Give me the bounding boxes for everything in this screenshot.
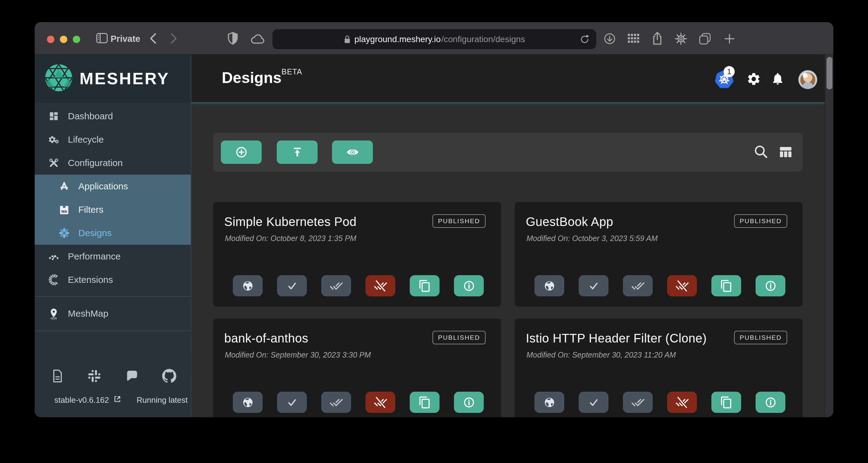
- minimize-window-button[interactable]: [60, 36, 67, 43]
- sidebar-item-performance[interactable]: Performance: [35, 245, 191, 268]
- validate-check-button[interactable]: [277, 392, 307, 413]
- tab-overview-icon[interactable]: [699, 32, 711, 45]
- info-button[interactable]: [454, 275, 484, 296]
- forward-icon[interactable]: [170, 33, 178, 44]
- docs-icon[interactable]: [50, 369, 64, 384]
- sidebar-item-label: Performance: [68, 251, 121, 262]
- undeploy-crossed-check-button[interactable]: [667, 392, 697, 413]
- sidebar-item-designs[interactable]: Designs: [35, 221, 191, 245]
- undeploy-crossed-check-button[interactable]: [667, 275, 697, 296]
- verify-double-check-button[interactable]: [623, 392, 653, 413]
- chat-icon[interactable]: [125, 369, 139, 384]
- brand-header[interactable]: MESHERY: [35, 54, 191, 103]
- address-bar[interactable]: playground.meshery.io/configuration/desi…: [273, 29, 596, 49]
- verify-double-check-button[interactable]: [623, 275, 653, 296]
- crossed-double-check-icon: [374, 396, 387, 409]
- kubernetes-context-button[interactable]: 1: [714, 70, 734, 90]
- design-card[interactable]: GuestBook App PUBLISHED Modified On: Oct…: [515, 202, 803, 307]
- info-button[interactable]: [454, 392, 484, 413]
- notifications-bell-icon[interactable]: [771, 71, 785, 87]
- double-check-icon: [631, 279, 645, 293]
- close-window-button[interactable]: [47, 36, 54, 43]
- sidebar-item-filters[interactable]: WA Filters: [35, 198, 191, 221]
- clone-copy-button[interactable]: [410, 275, 439, 296]
- icloud-tab-icon[interactable]: [250, 34, 266, 45]
- eye-icon: [345, 146, 360, 158]
- info-button[interactable]: [755, 392, 785, 413]
- design-card[interactable]: Istio HTTP Header Filter (Clone) PUBLISH…: [515, 319, 803, 417]
- configuration-tools-icon: [48, 157, 60, 169]
- slack-icon[interactable]: [87, 369, 101, 384]
- modified-date: Modified On: September 30, 2023 3:30 PM: [225, 350, 371, 359]
- deploy-globe-button[interactable]: [233, 275, 262, 296]
- version-label[interactable]: stable-v0.6.162: [54, 395, 109, 405]
- sidebar-item-configuration[interactable]: Configuration: [35, 151, 191, 175]
- undeploy-crossed-check-button[interactable]: [366, 392, 395, 413]
- downloads-icon[interactable]: [603, 32, 616, 45]
- verify-double-check-button[interactable]: [321, 392, 351, 413]
- scrollbar-thumb[interactable]: [827, 57, 832, 89]
- design-card[interactable]: Simple Kubernetes Pod PUBLISHED Modified…: [213, 202, 501, 307]
- new-tab-icon[interactable]: [724, 33, 735, 45]
- deploy-globe-button[interactable]: [233, 392, 262, 413]
- github-icon[interactable]: [162, 369, 176, 384]
- preview-design-button[interactable]: [332, 141, 373, 164]
- search-icon[interactable]: [753, 144, 769, 161]
- verify-double-check-button[interactable]: [321, 275, 351, 296]
- clone-copy-button[interactable]: [711, 275, 741, 296]
- double-check-icon: [631, 396, 645, 409]
- design-title: GuestBook App: [526, 215, 613, 229]
- undeploy-crossed-check-button[interactable]: [366, 275, 395, 296]
- globe-icon: [241, 280, 254, 292]
- sidebar-item-label: MeshMap: [68, 308, 108, 319]
- browser-window: Private playground.meshery.io/configurat…: [35, 22, 833, 417]
- sidebar-item-lifecycle[interactable]: Lifecycle: [35, 128, 191, 151]
- share-icon[interactable]: [651, 31, 663, 46]
- upload-design-button[interactable]: [277, 141, 318, 164]
- user-avatar[interactable]: [798, 70, 817, 89]
- back-icon[interactable]: [149, 33, 157, 44]
- published-badge: PUBLISHED: [432, 214, 486, 228]
- deploy-globe-button[interactable]: [534, 275, 564, 296]
- check-icon: [587, 280, 600, 292]
- double-check-icon: [330, 279, 343, 293]
- sidebar-divider: [35, 330, 191, 331]
- sidebar-item-dashboard[interactable]: Dashboard: [35, 105, 191, 128]
- validate-check-button[interactable]: [277, 275, 307, 296]
- modified-date: Modified On: September 30, 2023 11:20 AM: [526, 350, 676, 359]
- privacy-shield-icon[interactable]: [227, 31, 239, 46]
- sidebar: MESHERY Dashboard Lifecycle: [35, 54, 191, 417]
- extensions-grid-icon[interactable]: [627, 33, 640, 44]
- deploy-globe-button[interactable]: [534, 392, 564, 413]
- sidebar-toggle-icon[interactable]: [96, 33, 108, 44]
- validate-check-button[interactable]: [579, 392, 609, 413]
- modified-date: Modified On: October 3, 2023 5:59 AM: [526, 234, 658, 243]
- design-card[interactable]: bank-of-anthos PUBLISHED Modified On: Se…: [213, 319, 501, 417]
- sidebar-item-label: Configuration: [68, 158, 123, 168]
- info-icon: [463, 280, 475, 292]
- sidebar-item-extensions[interactable]: Extensions: [35, 268, 191, 291]
- sidebar-nav: Dashboard Lifecycle: [35, 103, 191, 331]
- clone-copy-button[interactable]: [711, 392, 741, 413]
- crossed-double-check-icon: [675, 279, 689, 293]
- modified-date: Modified On: October 8, 2023 1:35 PM: [225, 234, 356, 243]
- create-design-button[interactable]: [221, 141, 262, 164]
- reload-icon[interactable]: [580, 33, 590, 45]
- clone-copy-button[interactable]: [410, 392, 439, 413]
- sidebar-item-meshmap[interactable]: MeshMap: [35, 302, 191, 325]
- sidebar-item-label: Extensions: [68, 274, 113, 285]
- dashboard-icon: [48, 111, 60, 121]
- external-link-icon[interactable]: [113, 395, 121, 405]
- applications-icon: [58, 181, 70, 192]
- browser-settings-icon[interactable]: [674, 32, 688, 46]
- settings-icon[interactable]: [746, 71, 761, 88]
- scrollbar-track[interactable]: [825, 54, 833, 417]
- info-button[interactable]: [755, 275, 785, 296]
- zoom-window-button[interactable]: [73, 36, 80, 43]
- validate-check-button[interactable]: [579, 275, 609, 296]
- svg-text:WA: WA: [61, 209, 67, 214]
- check-icon: [286, 396, 299, 409]
- table-view-icon[interactable]: [778, 144, 794, 161]
- sidebar-item-applications[interactable]: Applications: [35, 175, 191, 198]
- card-actions: [233, 275, 484, 296]
